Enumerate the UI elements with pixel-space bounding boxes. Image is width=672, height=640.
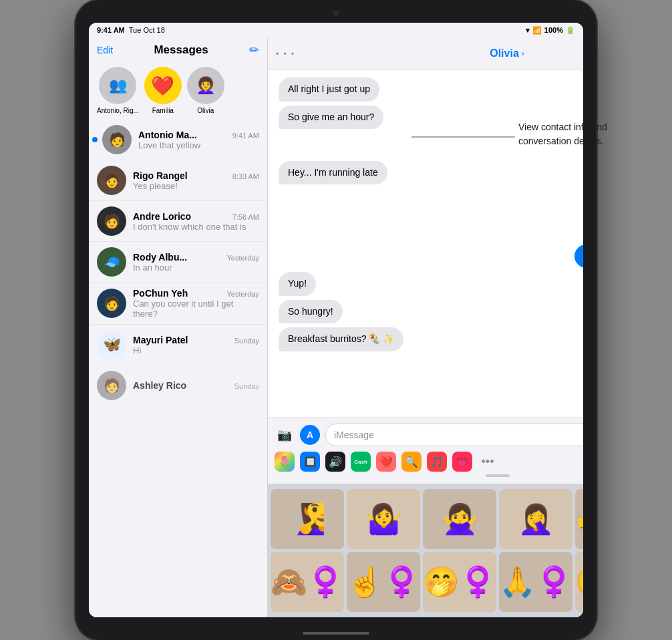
memoji-11[interactable]: 😌‍♀️ bbox=[575, 552, 583, 612]
callout-text: View contact info and conversation detai… bbox=[518, 120, 652, 148]
status-bar: 9:41 AM Tue Oct 18 ▾ 📶 100% 🔋 bbox=[89, 23, 583, 37]
avatar-rody: 🧢 bbox=[97, 247, 126, 277]
conversation-mayuri[interactable]: 🦋 Mayuri Patel Sunday Hi bbox=[89, 325, 267, 365]
msg-time-rigo: 8:33 AM bbox=[232, 172, 259, 180]
input-placeholder: iMessage bbox=[334, 430, 374, 440]
msg-bubble-10: Breakfast burritos? 🌯 ✨ bbox=[279, 327, 583, 351]
cash-app-button[interactable]: Cash bbox=[351, 452, 371, 472]
memoji-8[interactable]: ☝️‍♀️ bbox=[347, 552, 420, 612]
status-date: Tue Oct 18 bbox=[129, 26, 165, 34]
header-spacer-left: • • • bbox=[276, 47, 316, 59]
wifi-icon: 📶 bbox=[532, 26, 542, 35]
memoji-3[interactable]: 🙅‍♀️ bbox=[423, 489, 496, 549]
memoji-10[interactable]: 🙏‍♀️ bbox=[499, 552, 572, 612]
ipad-frame: 9:41 AM Tue Oct 18 ▾ 📶 100% 🔋 Edit Messa… bbox=[75, 0, 597, 640]
avatar-ashley: 🧑 bbox=[97, 371, 126, 400]
more-apps-button[interactable]: ••• bbox=[478, 452, 498, 472]
msg-name-mayuri: Mayuri Patel bbox=[133, 335, 188, 345]
memoji-4[interactable]: 🤦‍♀️ bbox=[499, 489, 572, 549]
msg-name-rigo: Rigo Rangel bbox=[133, 170, 188, 181]
avatar-andre: 🧑 bbox=[97, 206, 126, 236]
avatar-pochun: 🧑 bbox=[97, 289, 126, 318]
bubble-text-1: All right I just got up bbox=[279, 77, 379, 102]
message-input[interactable]: iMessage bbox=[325, 424, 583, 446]
edit-button[interactable]: Edit bbox=[97, 45, 113, 55]
three-dots: • • • bbox=[276, 49, 295, 59]
music-app-button[interactable]: 🎵 bbox=[427, 452, 447, 472]
audio-app-button[interactable]: 🔊 bbox=[325, 452, 345, 472]
msg-content-andre: Andre Lorico 7:56 AM I don't know which … bbox=[133, 211, 259, 232]
msg-preview-rody: In an hour bbox=[133, 263, 259, 273]
search-app-button[interactable]: 🔍 bbox=[401, 452, 422, 472]
chat-title-area[interactable]: Olivia › bbox=[490, 47, 524, 59]
memoji-7[interactable]: 🙈‍♀️ bbox=[271, 552, 344, 612]
msg-header-andre: Andre Lorico 7:56 AM bbox=[133, 211, 259, 222]
msg-header-rigo: Rigo Rangel 8:33 AM bbox=[133, 170, 259, 181]
compose-button[interactable]: ✏ bbox=[249, 43, 259, 57]
memoji-1[interactable]: 🧏‍♀️ bbox=[271, 489, 344, 549]
msg-preview-antonio: Love that yellow bbox=[138, 140, 259, 150]
conversation-rody[interactable]: 🧢 Rody Albu... Yesterday In an hour bbox=[89, 242, 267, 283]
avatar-rigo: 🧑 bbox=[97, 166, 126, 195]
memoji-9[interactable]: 🤭‍♀️ bbox=[423, 552, 496, 612]
msg-content-rody: Rody Albu... Yesterday In an hour bbox=[133, 252, 259, 273]
bubble-text-7: Wanna just go straight to eat? bbox=[574, 245, 583, 269]
msg-content-ashley: Ashley Rico Sunday bbox=[133, 380, 259, 391]
msg-time-antonio: 9:41 AM bbox=[232, 132, 259, 140]
msg-preview-pochun: Can you cover it until I get there? bbox=[133, 299, 259, 319]
msg-bubble-9: So hungry! bbox=[279, 300, 583, 324]
memoji-2[interactable]: 🤷‍♀️ bbox=[347, 489, 420, 549]
callout-arrow bbox=[411, 127, 518, 147]
sidebar-header: Edit Messages ✏ bbox=[89, 37, 267, 61]
heart2-app-button[interactable]: 💗 bbox=[452, 452, 472, 472]
msg-header-ashley: Ashley Rico Sunday bbox=[133, 380, 259, 391]
callout-container: View contact info and conversation detai… bbox=[518, 120, 652, 148]
msg-content-antonio: Antonio Ma... 9:41 AM Love that yellow bbox=[138, 130, 259, 150]
msg-preview-andre: I don't know which one that is bbox=[133, 222, 259, 232]
bubble-text-9: So hungry! bbox=[279, 300, 343, 324]
msg-preview-mayuri: Hi bbox=[133, 345, 259, 355]
pinned-contact-olivia[interactable]: 👩‍🦱 Olivia bbox=[187, 67, 224, 114]
msg-bubble-6: Me too bbox=[279, 216, 583, 241]
status-time: 9:41 AM bbox=[97, 26, 125, 34]
heart-app-button[interactable]: ❤️ bbox=[376, 452, 396, 472]
msg-content-mayuri: Mayuri Patel Sunday Hi bbox=[133, 335, 259, 355]
bubble-text-10: Breakfast burritos? 🌯 ✨ bbox=[279, 327, 403, 351]
signal-icon: ▾ bbox=[526, 26, 530, 35]
pinned-avatar-familia: ❤️ bbox=[144, 67, 182, 104]
msg-header-pochun: PoChun Yeh Yesterday bbox=[133, 288, 259, 299]
pinned-contact-familia[interactable]: ❤️ Familia bbox=[144, 67, 182, 114]
msg-time-andre: 7:56 AM bbox=[232, 213, 259, 221]
conversation-andre[interactable]: 🧑 Andre Lorico 7:56 AM I don't know whic… bbox=[89, 201, 267, 242]
ipad-screen: 9:41 AM Tue Oct 18 ▾ 📶 100% 🔋 Edit Messa… bbox=[89, 23, 583, 617]
msg-name-ashley: Ashley Rico bbox=[133, 380, 186, 391]
bubble-text-4: Hey... I'm running late bbox=[279, 161, 387, 185]
sidebar-title: Messages bbox=[113, 43, 249, 57]
msg-name-rody: Rody Albu... bbox=[133, 252, 187, 263]
home-indicator bbox=[303, 632, 369, 635]
camera-button[interactable]: 📷 bbox=[275, 425, 295, 445]
input-row: 📷 A iMessage 🎙 bbox=[275, 424, 583, 446]
msg-time-pochun: Yesterday bbox=[226, 290, 259, 298]
msg-time-rody: Yesterday bbox=[226, 254, 259, 262]
memoji-5[interactable]: 🤙‍♀️ bbox=[575, 489, 583, 549]
pinned-avatar-antonio: 👥 bbox=[99, 67, 136, 104]
pinned-avatar-olivia: 👩‍🦱 bbox=[187, 67, 224, 104]
conversation-rigo[interactable]: 🧑 Rigo Rangel 8:33 AM Yes please! bbox=[89, 160, 267, 201]
chat-header: • • • Olivia › bbox=[268, 37, 583, 69]
pinned-contact-antonio[interactable]: 👥 Antonio, Rig... bbox=[97, 67, 139, 114]
conversation-ashley[interactable]: 🧑 Ashley Rico Sunday bbox=[89, 365, 267, 406]
app-store-button[interactable]: 🔲 bbox=[300, 452, 320, 472]
msg-bubble-4: Hey... I'm running late bbox=[279, 161, 583, 185]
apps-button[interactable]: A bbox=[300, 425, 320, 445]
unread-indicator bbox=[92, 137, 98, 142]
msg-name-pochun: PoChun Yeh bbox=[133, 288, 188, 299]
avatar-mayuri: 🦋 bbox=[97, 330, 126, 359]
msg-preview-rigo: Yes please! bbox=[133, 181, 259, 191]
conversation-pochun[interactable]: 🧑 PoChun Yeh Yesterday Can you cover it … bbox=[89, 283, 267, 325]
photos-app-button[interactable]: 🌷 bbox=[275, 452, 295, 472]
keyboard-drag-handle bbox=[275, 474, 583, 477]
conversation-antonio[interactable]: 🧑 Antonio Ma... 9:41 AM Love that yellow bbox=[89, 120, 267, 160]
battery-indicator: 100% bbox=[544, 26, 563, 34]
msg-name-antonio: Antonio Ma... bbox=[138, 130, 197, 140]
